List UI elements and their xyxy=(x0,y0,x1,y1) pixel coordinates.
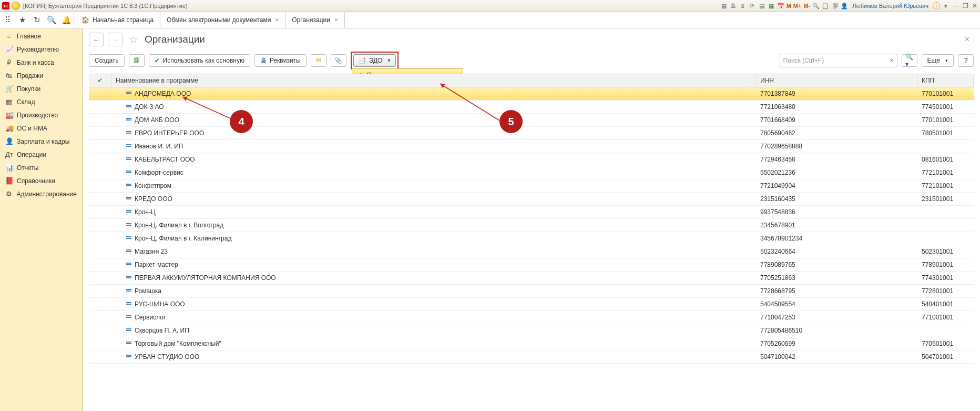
table-row[interactable]: ЕВРО ИНТЕРЬЕР ООО7805690462780501001 xyxy=(89,127,974,140)
table-row[interactable]: АНДРОМЕДА ООО7701387849770101001 xyxy=(89,87,974,101)
table-row[interactable]: Комфорт-сервис5502021236772101001 xyxy=(89,166,974,179)
sidebar-item-производство[interactable]: 🏭Производство xyxy=(0,108,82,122)
sidebar-label: Продажи xyxy=(17,72,43,79)
org-icon xyxy=(126,251,131,252)
sidebar-item-отчеты[interactable]: 📊Отчеты xyxy=(0,161,82,174)
table-row[interactable]: Конфетпром7721049904772101001 xyxy=(89,179,974,193)
table-row[interactable]: Крон-Ц. Филиал в г. Калининград345678901… xyxy=(89,232,974,245)
help-button[interactable]: ? xyxy=(958,54,974,67)
notifications-icon[interactable]: 🔔 xyxy=(59,13,74,27)
sidebar-item-операции[interactable]: ДтОперации xyxy=(0,148,82,161)
table-row[interactable]: Магазин 235023240664502301001 xyxy=(89,245,974,258)
close-tab-icon[interactable]: × xyxy=(334,16,338,24)
col-check[interactable]: ✔ xyxy=(89,74,111,87)
table-row[interactable]: Крон-Ц9937548836 xyxy=(89,206,974,219)
create-button[interactable]: Создать xyxy=(89,54,125,67)
sidebar-item-склад[interactable]: ▦Склад xyxy=(0,95,82,108)
row-name-cell: Магазин 23 xyxy=(111,248,756,255)
tab-обмен-электронными-документами[interactable]: Обмен электронными документами× xyxy=(160,12,285,28)
table-row[interactable]: КРЕДО ООО2315160435231501001 xyxy=(89,193,974,206)
info-icon[interactable]: i xyxy=(933,2,940,9)
sidebar-item-главное[interactable]: ≡Главное xyxy=(0,29,82,43)
row-kpp: 774301001 xyxy=(917,274,974,282)
forward-button[interactable]: → xyxy=(108,33,122,46)
dropdown-icon[interactable]: ▾ xyxy=(942,2,950,9)
sidebar-item-продажи[interactable]: 🛍Продажи xyxy=(0,69,82,82)
page-star-icon[interactable]: ☆ xyxy=(129,33,138,46)
sidebar-icon: 👤 xyxy=(5,137,13,145)
table-row[interactable]: Торговый дом "Комплексный"77052606997705… xyxy=(89,337,974,350)
close-page-icon[interactable]: × xyxy=(965,35,969,44)
row-name: КРЕДО ООО xyxy=(135,195,172,203)
refresh-icon[interactable]: ⟳ xyxy=(749,2,756,9)
table-row[interactable]: Крон-Ц. Филиал в г. Волгоград2345678901 xyxy=(89,219,974,232)
clear-search-icon[interactable]: × xyxy=(890,57,894,64)
sidebar-item-покупки[interactable]: 🛒Покупки xyxy=(0,82,82,95)
calc-icon[interactable]: ▦ xyxy=(768,2,775,9)
m-plus-icon[interactable]: M+ xyxy=(793,3,802,9)
window-title: [КОПИЯ] Бухгалтерия Предприятия 1С 8.3 (… xyxy=(23,3,188,9)
doc-icon[interactable]: 🗎 xyxy=(739,2,747,9)
table-row[interactable]: Иванов И. И. ИП770289658888 xyxy=(89,140,974,153)
mail-button[interactable]: ✉ xyxy=(311,54,326,67)
table-row[interactable]: Паркет-мастер7789089765778901001 xyxy=(89,258,974,272)
use-as-main-button[interactable]: ✔Использовать как основную xyxy=(149,54,250,67)
col-kpp[interactable]: КПП xyxy=(917,74,974,87)
table-row[interactable]: УРБАН СТУДИО ООО5047100042504701001 xyxy=(89,350,974,364)
row-kpp: 770101001 xyxy=(917,116,974,124)
favorite-icon[interactable]: ★ xyxy=(15,13,29,27)
col-inn[interactable]: ИНН xyxy=(756,74,917,87)
row-name-cell: ЕВРО ИНТЕРЬЕР ООО xyxy=(111,129,756,137)
sidebar-icon: 📈 xyxy=(5,45,13,53)
table-row[interactable]: КАБЕЛЬТРАСТ ООО7729463458081601001 xyxy=(89,153,974,166)
sheet-icon[interactable]: ▤ xyxy=(758,2,765,9)
copy-icon[interactable]: 🗐 xyxy=(831,2,839,9)
minimize-icon[interactable]: — xyxy=(953,3,959,9)
print-icon[interactable]: 🖶 xyxy=(730,2,737,9)
table-row[interactable]: Сервислог7710047253771001001 xyxy=(89,311,974,324)
calendar-icon[interactable]: 📅 xyxy=(777,2,784,9)
sidebar-item-зарплата-и-кадры[interactable]: 👤Зарплата и кадры xyxy=(0,135,82,148)
back-button[interactable]: ← xyxy=(89,33,104,46)
restore-icon[interactable]: ❐ xyxy=(962,3,968,9)
table-row[interactable]: ДОК-3 АО7721063480774501001 xyxy=(89,101,974,114)
m-icon[interactable]: M xyxy=(787,3,791,9)
edo-button[interactable]: 📑 ЭДО ▼ xyxy=(353,54,396,67)
sort-icon: ↓ xyxy=(749,78,751,84)
history-icon[interactable]: ↻ xyxy=(29,13,44,27)
col-name[interactable]: Наименование в программе↓ xyxy=(111,74,756,87)
search-icon[interactable]: 🔍 xyxy=(44,13,59,27)
row-inn: 5023240664 xyxy=(756,248,917,255)
table-row[interactable]: РУС-ШИНА ООО5404509554540401001 xyxy=(89,298,974,311)
table-row[interactable]: Скворцов П. А. ИП772805486510 xyxy=(89,324,974,337)
sidebar-item-справочники[interactable]: 📕Справочники xyxy=(0,174,82,187)
more-button[interactable]: Еще▾ xyxy=(922,54,954,67)
sidebar-item-администрирование[interactable]: ⚙Администрирование xyxy=(0,187,82,201)
copy-org-button[interactable]: 🗐 xyxy=(129,54,145,67)
row-name-cell: АНДРОМЕДА ООО xyxy=(111,90,756,97)
search-options-button[interactable]: 🔍▾ xyxy=(902,54,917,67)
org-icon xyxy=(126,317,131,318)
apps-icon[interactable]: ⠿ xyxy=(0,13,15,27)
tab-организации[interactable]: Организации× xyxy=(285,12,345,28)
search-input[interactable]: Поиск (Ctrl+F) × xyxy=(780,54,897,67)
attach-button[interactable]: 📎 xyxy=(331,54,346,67)
table-row[interactable]: ПЕРВАЯ АККУМУЛЯТОРНАЯ КОМПАНИЯ ООО770525… xyxy=(89,272,974,285)
sidebar-item-ос-и-нма[interactable]: 🚚ОС и НМА xyxy=(0,122,82,135)
table-row[interactable]: Ромашка7728668795772801001 xyxy=(89,285,974,298)
close-window-icon[interactable]: ✕ xyxy=(972,3,978,9)
close-tab-icon[interactable]: × xyxy=(275,16,279,24)
row-name-cell: РУС-ШИНА ООО xyxy=(111,300,756,308)
sidebar-item-банк-и-касса[interactable]: ₽Банк и касса xyxy=(0,56,82,69)
org-icon xyxy=(126,356,131,357)
tab-начальная-страница[interactable]: 🏠Начальная страница xyxy=(75,12,160,28)
m-minus-icon[interactable]: M- xyxy=(803,3,810,9)
clipboard-icon[interactable]: 📋 xyxy=(822,2,829,9)
table-row[interactable]: ДОМ АКБ ООО7701668409770101001 xyxy=(89,114,974,127)
requisites-button[interactable]: 🖶Реквизиты xyxy=(254,54,307,67)
search-titlebar-icon[interactable]: 🔍 xyxy=(812,2,820,9)
row-name-cell: Конфетпром xyxy=(111,182,756,189)
sidebar-item-руководителю[interactable]: 📈Руководителю xyxy=(0,43,82,56)
row-inn: 7701668409 xyxy=(756,116,917,124)
tool-icon[interactable]: ▦ xyxy=(720,2,728,9)
